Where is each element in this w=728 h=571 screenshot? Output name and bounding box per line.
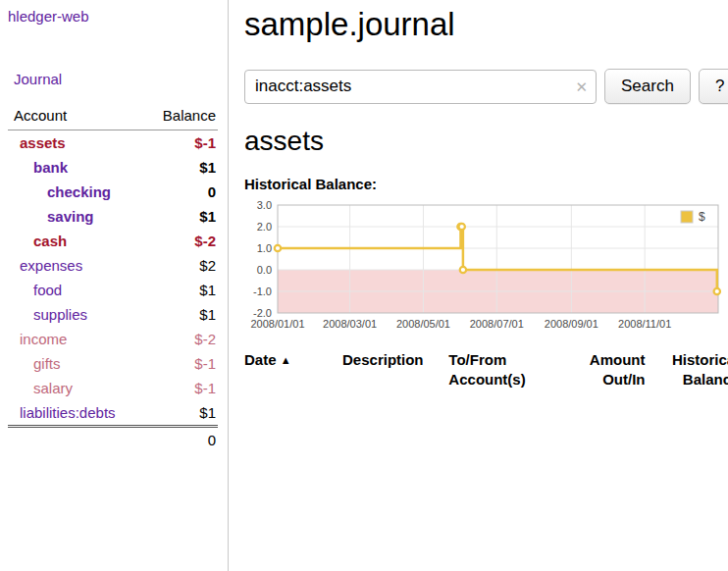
svg-text:2008/09/01: 2008/09/01: [545, 318, 598, 330]
search-bar: ✕ Search ?: [244, 69, 728, 104]
register-header-description: Description: [342, 348, 448, 394]
page-title: sample.journal: [244, 6, 728, 43]
main-content: sample.journal ✕ Search ? assets Histori…: [229, 0, 728, 571]
svg-text:2.0: 2.0: [257, 221, 272, 233]
search-box: ✕: [244, 70, 597, 104]
account-link[interactable]: checking: [47, 183, 111, 200]
account-link[interactable]: assets: [20, 134, 66, 151]
account-row: food$1: [8, 278, 218, 302]
svg-text:0.0: 0.0: [257, 264, 272, 276]
account-row: assets$-1: [8, 130, 218, 156]
account-link[interactable]: gifts: [33, 355, 61, 372]
sort-asc-icon: ▲: [281, 354, 291, 366]
chart-title: Historical Balance:: [244, 176, 728, 192]
svg-text:2008/05/01: 2008/05/01: [396, 318, 450, 330]
account-row: saving$1: [8, 204, 218, 229]
account-row: bank$1: [8, 155, 218, 180]
account-link[interactable]: bank: [33, 159, 68, 176]
register-header-row: Date ▲DescriptionTo/From Account(s)Amoun…: [244, 348, 728, 394]
account-balance: $1: [146, 400, 218, 427]
register-header-balance: Historical Balance: [647, 348, 728, 394]
register-header-amount: Amount Out/In: [563, 348, 647, 394]
accounts-table: Account Balance assets$-1bank$1checking0…: [8, 104, 218, 452]
account-balance: $-1: [146, 351, 218, 376]
account-row: salary$-1: [8, 376, 218, 400]
svg-text:2008/07/01: 2008/07/01: [470, 318, 524, 330]
svg-text:3.0: 3.0: [257, 199, 272, 211]
account-balance: $2: [146, 253, 218, 278]
account-balance: $-1: [146, 376, 218, 400]
help-button[interactable]: ?: [699, 69, 728, 104]
register-table: Date ▲DescriptionTo/From Account(s)Amoun…: [244, 348, 728, 394]
balance-chart-svg: 3.02.01.00.0-1.0-2.02008/01/012008/03/01…: [244, 197, 723, 337]
accounts-header-account: Account: [8, 104, 146, 130]
sidebar: hledger-web Journal Account Balance asse…: [0, 0, 229, 571]
account-row: liabilities:debts$1: [8, 400, 218, 427]
accounts-header-row: Account Balance: [8, 104, 218, 130]
account-row: income$-2: [8, 327, 218, 351]
account-link[interactable]: saving: [47, 208, 94, 225]
account-heading: assets: [244, 126, 728, 157]
account-balance: 0: [146, 180, 218, 204]
account-balance: $1: [146, 204, 218, 229]
svg-text:2008/11/01: 2008/11/01: [618, 318, 671, 330]
app-window: hledger-web Journal Account Balance asse…: [0, 0, 728, 571]
svg-text:$: $: [699, 210, 705, 224]
app-title-link[interactable]: hledger-web: [8, 8, 218, 25]
account-row: gifts$-1: [8, 351, 218, 376]
account-balance: $-2: [146, 229, 218, 253]
accounts-header-balance: Balance: [146, 104, 218, 130]
account-link[interactable]: supplies: [33, 306, 87, 323]
register-header-accounts: To/From Account(s): [448, 348, 563, 394]
svg-text:2008/01/01: 2008/01/01: [250, 318, 304, 330]
account-link[interactable]: liabilities:debts: [20, 404, 116, 421]
register-header-date[interactable]: Date ▲: [244, 348, 342, 394]
balance-chart: 3.02.01.00.0-1.0-2.02008/01/012008/03/01…: [244, 197, 728, 337]
accounts-body: assets$-1bank$1checking0saving$1cash$-2e…: [8, 130, 218, 427]
account-balance: $1: [146, 302, 218, 327]
account-link[interactable]: food: [33, 282, 62, 298]
account-balance: $-1: [146, 130, 218, 156]
account-link[interactable]: income: [20, 331, 67, 347]
search-button[interactable]: Search: [604, 69, 691, 104]
svg-text:2008/03/01: 2008/03/01: [323, 318, 377, 330]
account-row: checking0: [8, 180, 218, 204]
account-link[interactable]: expenses: [20, 257, 82, 274]
account-balance: $-2: [146, 327, 218, 351]
account-link[interactable]: salary: [33, 380, 73, 396]
journal-link[interactable]: Journal: [8, 71, 218, 87]
account-balance: $1: [146, 155, 218, 180]
search-input[interactable]: [244, 70, 597, 104]
svg-text:-1.0: -1.0: [253, 286, 272, 297]
svg-text:1.0: 1.0: [257, 242, 272, 254]
account-row: supplies$1: [8, 302, 218, 327]
account-balance: $1: [146, 278, 218, 302]
accounts-total-balance: 0: [146, 427, 218, 453]
account-row: cash$-2: [8, 229, 218, 253]
clear-search-icon[interactable]: ✕: [575, 79, 588, 94]
account-row: expenses$2: [8, 253, 218, 278]
accounts-total-spacer: [8, 427, 146, 453]
account-link[interactable]: cash: [33, 233, 67, 249]
accounts-total-row: 0: [8, 427, 218, 453]
